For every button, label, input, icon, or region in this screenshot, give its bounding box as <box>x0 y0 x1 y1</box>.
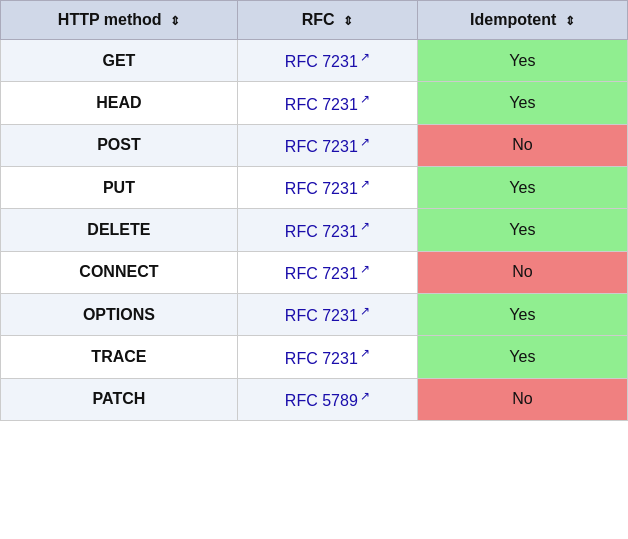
sort-icon: ⇕ <box>343 14 353 28</box>
rfc-link[interactable]: RFC 5789 <box>285 392 370 409</box>
rfc-cell[interactable]: RFC 7231 <box>237 124 417 166</box>
method-cell: TRACE <box>1 336 238 378</box>
idempotent-cell: Yes <box>417 40 627 82</box>
table-header-row: HTTP method ⇕ RFC ⇕ Idempotent ⇕ <box>1 1 628 40</box>
http-methods-table: HTTP method ⇕ RFC ⇕ Idempotent ⇕ GETRFC … <box>0 0 628 421</box>
method-cell: PUT <box>1 166 238 208</box>
idempotent-cell: Yes <box>417 82 627 124</box>
sort-icon: ⇕ <box>565 14 575 28</box>
rfc-link[interactable]: RFC 7231 <box>285 180 370 197</box>
sort-icon: ⇕ <box>170 14 180 28</box>
rfc-cell[interactable]: RFC 7231 <box>237 293 417 335</box>
table-row: HEADRFC 7231Yes <box>1 82 628 124</box>
method-cell: CONNECT <box>1 251 238 293</box>
rfc-link[interactable]: RFC 7231 <box>285 138 370 155</box>
method-cell: DELETE <box>1 209 238 251</box>
table-row: PATCHRFC 5789No <box>1 378 628 420</box>
idempotent-cell: No <box>417 378 627 420</box>
method-cell: HEAD <box>1 82 238 124</box>
table-row: GETRFC 7231Yes <box>1 40 628 82</box>
table-row: OPTIONSRFC 7231Yes <box>1 293 628 335</box>
rfc-link[interactable]: RFC 7231 <box>285 53 370 70</box>
rfc-cell[interactable]: RFC 7231 <box>237 166 417 208</box>
table-row: TRACERFC 7231Yes <box>1 336 628 378</box>
rfc-link[interactable]: RFC 7231 <box>285 350 370 367</box>
rfc-cell[interactable]: RFC 5789 <box>237 378 417 420</box>
method-cell: PATCH <box>1 378 238 420</box>
rfc-link[interactable]: RFC 7231 <box>285 265 370 282</box>
idempotent-cell: Yes <box>417 166 627 208</box>
rfc-link[interactable]: RFC 7231 <box>285 223 370 240</box>
rfc-cell[interactable]: RFC 7231 <box>237 40 417 82</box>
method-cell: GET <box>1 40 238 82</box>
http-method-header[interactable]: HTTP method ⇕ <box>1 1 238 40</box>
method-cell: POST <box>1 124 238 166</box>
rfc-cell[interactable]: RFC 7231 <box>237 82 417 124</box>
rfc-header[interactable]: RFC ⇕ <box>237 1 417 40</box>
idempotent-cell: Yes <box>417 209 627 251</box>
idempotent-cell: Yes <box>417 293 627 335</box>
table-row: PUTRFC 7231Yes <box>1 166 628 208</box>
table-row: CONNECTRFC 7231No <box>1 251 628 293</box>
idempotent-cell: No <box>417 251 627 293</box>
rfc-link[interactable]: RFC 7231 <box>285 96 370 113</box>
idempotent-cell: No <box>417 124 627 166</box>
idempotent-cell: Yes <box>417 336 627 378</box>
method-cell: OPTIONS <box>1 293 238 335</box>
idempotent-header[interactable]: Idempotent ⇕ <box>417 1 627 40</box>
rfc-cell[interactable]: RFC 7231 <box>237 336 417 378</box>
table-row: POSTRFC 7231No <box>1 124 628 166</box>
table-row: DELETERFC 7231Yes <box>1 209 628 251</box>
rfc-cell[interactable]: RFC 7231 <box>237 251 417 293</box>
rfc-link[interactable]: RFC 7231 <box>285 307 370 324</box>
rfc-cell[interactable]: RFC 7231 <box>237 209 417 251</box>
